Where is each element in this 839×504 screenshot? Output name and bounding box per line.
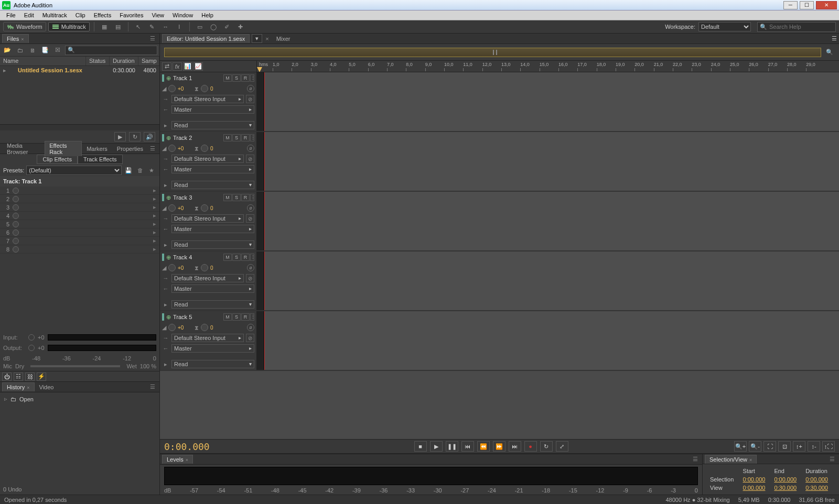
zoom-in-amp-button[interactable]: ↕+: [793, 441, 805, 452]
zoom-reset-amp-button[interactable]: ↕⛶: [822, 441, 835, 452]
menu-effects[interactable]: Effects: [90, 11, 115, 19]
phase-icon[interactable]: ø: [247, 85, 254, 92]
pan-knob[interactable]: [201, 204, 208, 212]
volume-knob[interactable]: [168, 85, 176, 92]
menu-help[interactable]: Help: [197, 11, 218, 19]
slip-tool[interactable]: ↔: [160, 21, 171, 32]
tracks-area[interactable]: ⊕Track 1MSR⋮◢+0⧗0ø→Default Stereo Input▸…: [160, 72, 839, 439]
selview-tab[interactable]: Selection/View×: [705, 455, 757, 464]
import-file-icon[interactable]: 🗀: [15, 46, 25, 55]
automation-select[interactable]: Read▾: [171, 300, 254, 309]
record-arm-icon[interactable]: ⊕: [166, 75, 171, 82]
fx-slot-3[interactable]: 3▸: [0, 203, 159, 212]
record-arm-icon[interactable]: ⊕: [166, 314, 171, 321]
phase-icon[interactable]: ø: [247, 204, 254, 212]
panel-menu-icon[interactable]: ☰: [827, 456, 837, 463]
col-samp[interactable]: Samp: [138, 57, 159, 65]
spectral-freq-toggle[interactable]: ▦: [99, 21, 110, 32]
record-arm-icon[interactable]: ⊕: [166, 135, 171, 141]
menu-edit[interactable]: Edit: [20, 11, 38, 19]
volume-value[interactable]: +0: [178, 205, 188, 211]
track-lane[interactable]: [264, 72, 839, 131]
heal-tool[interactable]: ✚: [235, 21, 246, 32]
loop-button[interactable]: ↻: [540, 441, 553, 452]
timecode[interactable]: 0:00.000: [164, 441, 248, 452]
close-icon[interactable]: ×: [21, 37, 24, 42]
mixer-tab[interactable]: Mixer: [272, 35, 295, 43]
close-button[interactable]: ✕: [816, 1, 837, 9]
waveform-toggle[interactable]: Waveform: [3, 22, 46, 31]
history-item[interactable]: ▹ 🗀 Open: [2, 395, 157, 403]
track-name[interactable]: Track 5: [173, 314, 221, 320]
record-button[interactable]: ●: [524, 441, 537, 452]
input-select[interactable]: Default Stereo Input▸: [171, 214, 244, 223]
editor-file-dropdown[interactable]: ▾: [252, 34, 262, 43]
input-mono-button[interactable]: ⊘: [246, 155, 254, 163]
presets-select[interactable]: (Default): [26, 166, 122, 175]
record-arm-icon[interactable]: ⊕: [166, 254, 171, 261]
favorite-icon[interactable]: ★: [147, 166, 156, 175]
pan-value[interactable]: 0: [210, 265, 221, 271]
video-tab[interactable]: Video: [35, 382, 59, 391]
input-select[interactable]: Default Stereo Input▸: [171, 274, 244, 282]
pan-value[interactable]: 0: [210, 325, 221, 331]
fx-power-button[interactable]: ⏻: [2, 372, 12, 381]
volume-value[interactable]: +0: [178, 265, 188, 271]
zoom-out-button[interactable]: 🔍-: [749, 441, 761, 452]
files-search[interactable]: 🔍: [65, 46, 157, 55]
rewind-button[interactable]: ⏪: [477, 441, 490, 452]
mute-button[interactable]: M: [223, 254, 232, 261]
arm-record-button[interactable]: R: [241, 134, 250, 141]
lasso-tool[interactable]: ◯: [208, 21, 219, 32]
output-select[interactable]: Master▸: [171, 165, 254, 173]
playhead-icon[interactable]: [257, 67, 262, 72]
pan-value[interactable]: 0: [210, 146, 221, 151]
automation-select[interactable]: Read▾: [171, 240, 254, 249]
menu-multitrack[interactable]: Multitrack: [38, 11, 71, 19]
fx-slot-1[interactable]: 1▸: [0, 187, 159, 195]
new-file-icon[interactable]: 🗎: [27, 46, 38, 55]
monitor-button[interactable]: ⋮: [250, 134, 254, 141]
loop-preview-button[interactable]: ↻: [129, 132, 141, 141]
toggle-fx-button[interactable]: fx: [173, 62, 182, 71]
volume-value[interactable]: +0: [178, 325, 188, 331]
output-select[interactable]: Master▸: [171, 344, 254, 353]
forward-button[interactable]: ⏩: [493, 441, 505, 452]
automation-select[interactable]: Read▾: [171, 360, 254, 368]
pan-knob[interactable]: [201, 324, 208, 331]
mute-button[interactable]: M: [223, 194, 232, 201]
sel-start[interactable]: 0:00.000: [741, 476, 771, 483]
input-select[interactable]: Default Stereo Input▸: [171, 95, 244, 103]
mix-slider[interactable]: [30, 365, 120, 367]
output-select[interactable]: Master▸: [171, 225, 254, 233]
arm-record-button[interactable]: R: [241, 313, 250, 321]
mute-button[interactable]: M: [223, 313, 232, 321]
panel-menu-icon[interactable]: ☰: [148, 35, 157, 42]
output-gain[interactable]: +0: [38, 345, 45, 351]
fx-slot-7[interactable]: 7▸: [0, 237, 159, 245]
fx-slot-4[interactable]: 4▸: [0, 212, 159, 220]
arm-record-button[interactable]: R: [241, 194, 250, 201]
go-end-button[interactable]: ⏭: [509, 441, 521, 452]
panel-menu-icon[interactable]: ☰: [148, 384, 157, 390]
input-mono-button[interactable]: ⊘: [246, 334, 254, 342]
panel-menu-icon[interactable]: ☰: [148, 145, 157, 152]
marquee-tool[interactable]: ▭: [194, 21, 206, 32]
files-scrollbar[interactable]: [0, 124, 159, 130]
volume-knob[interactable]: [168, 264, 176, 271]
play-preview-button[interactable]: ▶: [114, 132, 126, 141]
files-tab[interactable]: Files×: [2, 34, 29, 43]
fx-slot-5[interactable]: 5▸: [0, 220, 159, 228]
fx-slot-8[interactable]: 8▸: [0, 245, 159, 254]
col-name[interactable]: Name: [0, 57, 86, 65]
power-icon[interactable]: [13, 188, 19, 194]
minimize-button[interactable]: ─: [783, 1, 798, 9]
fx-list-button[interactable]: ☷: [14, 372, 23, 381]
track-effects-tab[interactable]: Track Effects: [78, 155, 123, 164]
pan-knob[interactable]: [201, 264, 208, 271]
pan-value[interactable]: 0: [210, 86, 221, 92]
track-name[interactable]: Track 4: [173, 254, 221, 260]
monitor-button[interactable]: ⋮: [250, 74, 254, 82]
input-gain[interactable]: +0: [38, 334, 45, 341]
track-lane[interactable]: [264, 132, 839, 191]
